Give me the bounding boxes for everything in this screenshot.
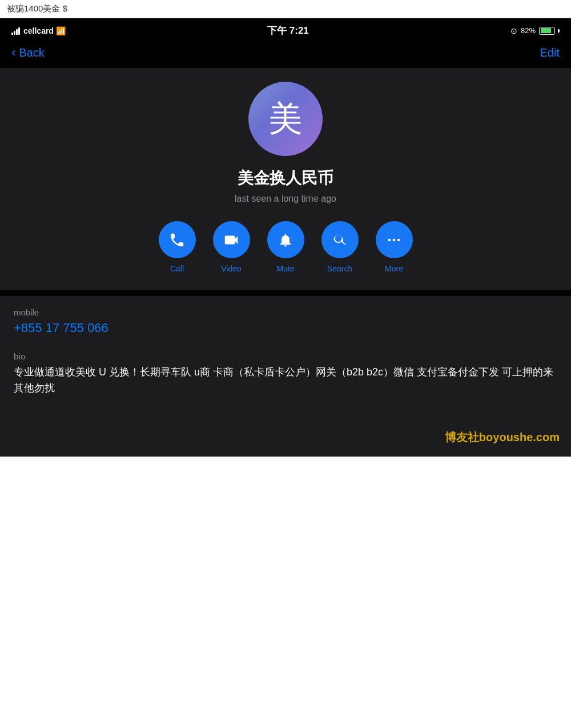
phone-screen: cellcard 📶 下午 7:21 ⊙ 82% ‹ Back Edit 美: [0, 18, 571, 457]
page-title: 被骗1400美金 $: [7, 3, 67, 13]
call-action[interactable]: Call: [159, 221, 196, 273]
contact-name: 美金换人民币: [238, 167, 333, 189]
chevron-left-icon: ‹: [11, 45, 15, 60]
brightness-icon: ⊙: [510, 26, 517, 35]
search-icon: [332, 232, 348, 248]
carrier-label: cellcard: [23, 26, 54, 35]
search-circle: [321, 221, 359, 258]
wifi-icon: 📶: [56, 26, 66, 35]
search-label: Search: [327, 264, 352, 273]
watermark: 博友社boyoushe.com: [0, 424, 571, 457]
mobile-label: mobile: [14, 307, 557, 317]
video-action[interactable]: Video: [213, 221, 250, 273]
svg-point-0: [388, 238, 391, 241]
action-buttons: Call Video Mute: [11, 221, 560, 273]
nav-bar: ‹ Back Edit: [0, 41, 571, 68]
page-title-bar: 被骗1400美金 $: [0, 0, 571, 18]
profile-section: 美 美金换人民币 last seen a long time ago Call: [0, 68, 571, 290]
video-icon: [223, 231, 240, 249]
more-label: More: [385, 264, 403, 273]
more-icon: [386, 232, 402, 248]
bio-group: bio 专业做通道收美收 U 兑换！长期寻车队 u商 卡商（私卡盾卡公户）网关（…: [14, 351, 557, 397]
back-label: Back: [19, 46, 44, 59]
mobile-group: mobile +855 17 755 066: [14, 307, 557, 335]
svg-point-1: [393, 238, 396, 241]
mute-icon: [278, 232, 293, 248]
more-action[interactable]: More: [376, 221, 413, 273]
status-bar: cellcard 📶 下午 7:21 ⊙ 82%: [0, 18, 571, 41]
edit-button[interactable]: Edit: [540, 46, 560, 59]
more-circle: [376, 221, 413, 258]
video-label: Video: [221, 264, 242, 273]
watermark-text: 博友社boyoushe.com: [445, 430, 560, 445]
mute-label: Mute: [276, 264, 294, 273]
phone-number[interactable]: +855 17 755 066: [14, 321, 557, 335]
section-divider: [0, 290, 571, 296]
avatar[interactable]: 美: [248, 82, 323, 156]
video-circle: [213, 221, 250, 258]
watermark-sub: boyoushe.com: [479, 431, 560, 443]
edit-label: Edit: [540, 46, 560, 59]
back-button[interactable]: ‹ Back: [11, 45, 45, 60]
bio-label: bio: [14, 351, 557, 361]
status-left: cellcard 📶: [11, 26, 66, 35]
battery-percent: 82%: [521, 26, 536, 35]
signal-bars-icon: [11, 27, 20, 35]
bio-text: 专业做通道收美收 U 兑换！长期寻车队 u商 卡商（私卡盾卡公户）网关（b2b …: [14, 365, 557, 397]
svg-point-2: [397, 238, 400, 241]
contact-status: last seen a long time ago: [235, 194, 336, 204]
status-time: 下午 7:21: [267, 24, 309, 37]
mute-action[interactable]: Mute: [267, 221, 304, 273]
search-action[interactable]: Search: [321, 221, 359, 273]
call-label: Call: [170, 264, 184, 273]
call-icon: [168, 231, 186, 249]
avatar-initial: 美: [268, 96, 303, 142]
status-right: ⊙ 82%: [510, 26, 560, 35]
watermark-main: 博友社: [445, 431, 479, 443]
battery-icon: [539, 27, 560, 35]
mute-circle: [267, 221, 304, 258]
info-section: mobile +855 17 755 066 bio 专业做通道收美收 U 兑换…: [0, 296, 571, 424]
call-circle: [159, 221, 196, 258]
